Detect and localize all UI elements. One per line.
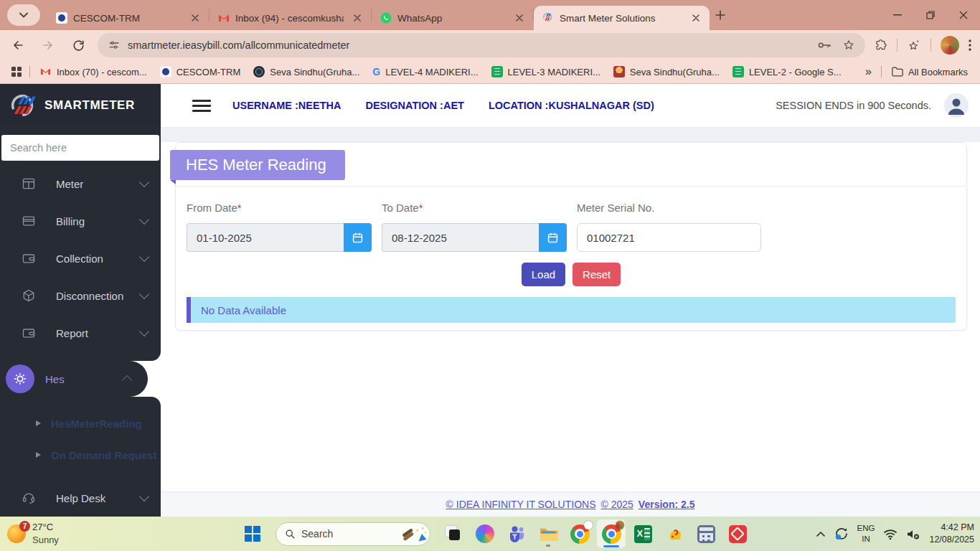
submenu-item-label: HesMeterReading: [51, 418, 142, 430]
tab-cescom-trm[interactable]: CESCOM-TRM: [47, 6, 209, 30]
copilot-button[interactable]: [471, 519, 499, 548]
sidebar-item-hes-active[interactable]: Hes: [0, 361, 161, 397]
app-footer: © IDEA INFINITY IT SOLUTIONS © 2025 Vers…: [161, 491, 980, 517]
chrome-profile1-button[interactable]: [565, 519, 594, 548]
bookmark-label: Inbox (70) - cescom...: [57, 67, 147, 77]
bookmark-star-icon[interactable]: [842, 39, 855, 52]
sidebar-item-disconnection[interactable]: Disconnection: [0, 277, 161, 314]
red-diamond-app-button[interactable]: [723, 519, 752, 548]
apps-grid-icon[interactable]: [11, 67, 22, 77]
sidebar-search-input[interactable]: [1, 135, 159, 161]
from-date-calendar-button[interactable]: [344, 223, 372, 252]
to-date-calendar-button[interactable]: [539, 223, 567, 252]
bookmark-item[interactable]: Seva Sindhu(Gruha...: [247, 62, 366, 81]
location-text: LOCATION :KUSHALNAGAR (SD): [489, 100, 654, 111]
bookmarks-overflow-chevron[interactable]: »: [859, 65, 877, 78]
extensions-puzzle-icon[interactable]: [874, 39, 887, 52]
red-diamond-app-icon: [729, 525, 747, 543]
clock-widget[interactable]: 4:42 PM 12/08/2025: [929, 522, 974, 546]
calculator-button[interactable]: [692, 519, 720, 548]
url-text[interactable]: smartmeter.ieasybill.com/allcommunicated…: [128, 39, 810, 51]
whatsapp-favicon-icon: [380, 12, 392, 24]
nudi-kannada-button[interactable]: [660, 519, 689, 548]
to-date-input[interactable]: [382, 223, 539, 252]
forward-button[interactable]: [36, 33, 60, 57]
cube-icon: [22, 288, 37, 303]
kebab-menu-icon[interactable]: [969, 39, 971, 51]
tab-close-icon[interactable]: [187, 10, 203, 26]
meter-serial-input[interactable]: [577, 223, 761, 252]
site-settings-icon[interactable]: [108, 39, 121, 52]
tab-search-button[interactable]: [7, 4, 40, 26]
sparkle-star-icon[interactable]: [907, 38, 921, 52]
weather-widget[interactable]: 7 27°C Sunny: [7, 517, 59, 551]
sidebar-item-label: Help Desk: [56, 492, 141, 504]
reset-button[interactable]: Reset: [573, 263, 621, 286]
tab-gmail-inbox[interactable]: Inbox (94) - cescomkushalnagar: [209, 6, 371, 30]
password-key-icon[interactable]: [817, 40, 832, 50]
tab-whatsapp[interactable]: WhatsApp: [372, 6, 533, 30]
sidebar-item-help-desk[interactable]: Help Desk: [0, 479, 161, 517]
bookmarks-separator: [29, 66, 30, 77]
submenu-item-hesmeterreading[interactable]: HesMeterReading: [0, 408, 161, 439]
copilot-icon: [476, 524, 494, 543]
footer-company-link[interactable]: © IDEA INFINITY IT SOLUTIONS: [446, 499, 596, 510]
sidebar-item-meter[interactable]: Meter: [0, 165, 161, 202]
bookmark-label: LEVEL-3 MADIKERI...: [508, 67, 600, 77]
close-window-button[interactable]: [947, 0, 980, 30]
excel-button[interactable]: [628, 519, 657, 548]
footer-year-link[interactable]: © 2025: [601, 499, 633, 510]
back-button[interactable]: [6, 33, 30, 57]
submenu-item-on-demand-request[interactable]: On Demand Request: [0, 439, 161, 471]
minimize-button[interactable]: [881, 0, 914, 30]
bookmark-item[interactable]: CESCOM-TRM: [154, 62, 248, 81]
tab-smart-meter-solutions-active[interactable]: Smart Meter Solutions: [534, 6, 710, 30]
tray-chevron-up-icon[interactable]: [816, 530, 826, 537]
start-button[interactable]: [238, 519, 267, 548]
bookmark-label: CESCOM-TRM: [176, 67, 241, 77]
tab-close-icon[interactable]: [688, 10, 704, 26]
teams-icon: [508, 525, 526, 542]
filter-fields: From Date* To Date*: [187, 202, 761, 252]
cescom-favicon-icon: [160, 66, 171, 77]
card-divider: [176, 186, 966, 187]
main-content: HES Meter Reading From Date*: [161, 128, 980, 491]
user-avatar[interactable]: [944, 93, 969, 118]
gmail-favicon-icon: [218, 12, 230, 24]
brand-name: SMARTMETER: [44, 98, 135, 113]
browser-profile-avatar[interactable]: [941, 36, 959, 55]
task-view-button[interactable]: [439, 519, 468, 548]
wifi-icon[interactable]: [883, 528, 897, 540]
sidebar-item-report[interactable]: Report: [0, 314, 161, 352]
tab-close-icon[interactable]: [349, 10, 365, 26]
weather-condition-text: Sunny: [32, 534, 59, 547]
bookmark-item[interactable]: LEVEL-2 - Google S...: [726, 62, 848, 81]
bookmark-label: LEVEL-2 - Google S...: [749, 67, 842, 77]
chrome-profile2-button-active[interactable]: [597, 519, 626, 548]
bookmark-item[interactable]: LEVEL-3 MADIKERI...: [485, 62, 607, 81]
teams-button[interactable]: [502, 519, 531, 548]
restore-button[interactable]: [914, 0, 947, 30]
language-indicator[interactable]: ENG IN: [857, 523, 875, 545]
sidebar-item-billing[interactable]: Billing: [0, 202, 161, 240]
all-bookmarks-button[interactable]: All Bookmarks: [885, 62, 974, 81]
file-explorer-button[interactable]: [534, 519, 562, 548]
bookmark-item[interactable]: Inbox (70) - cescom...: [34, 62, 154, 81]
tab-close-icon[interactable]: [512, 10, 527, 26]
footer-version-link[interactable]: Version: 2.5: [639, 499, 695, 510]
new-tab-button[interactable]: [710, 4, 731, 26]
nudi-kannada-icon: [666, 525, 684, 542]
page-title: HES Meter Reading: [170, 150, 345, 180]
bookmark-item[interactable]: G LEVEL-4 MADIKERI...: [366, 62, 484, 81]
taskbar-search-box[interactable]: Search: [275, 522, 430, 546]
from-date-input[interactable]: [187, 223, 344, 252]
hamburger-menu-icon[interactable]: [192, 100, 211, 112]
sync-status-icon[interactable]: [834, 527, 849, 541]
load-button[interactable]: Load: [522, 263, 565, 286]
volume-muted-icon[interactable]: [906, 528, 920, 540]
sidebar-item-collection[interactable]: Collection: [0, 240, 161, 277]
bookmark-item[interactable]: Seva Sindhu(Gruha...: [607, 62, 726, 81]
reload-button[interactable]: [66, 33, 90, 57]
address-bar[interactable]: smartmeter.ieasybill.com/allcommunicated…: [98, 33, 865, 57]
tab-title: Smart Meter Solutions: [560, 13, 682, 24]
